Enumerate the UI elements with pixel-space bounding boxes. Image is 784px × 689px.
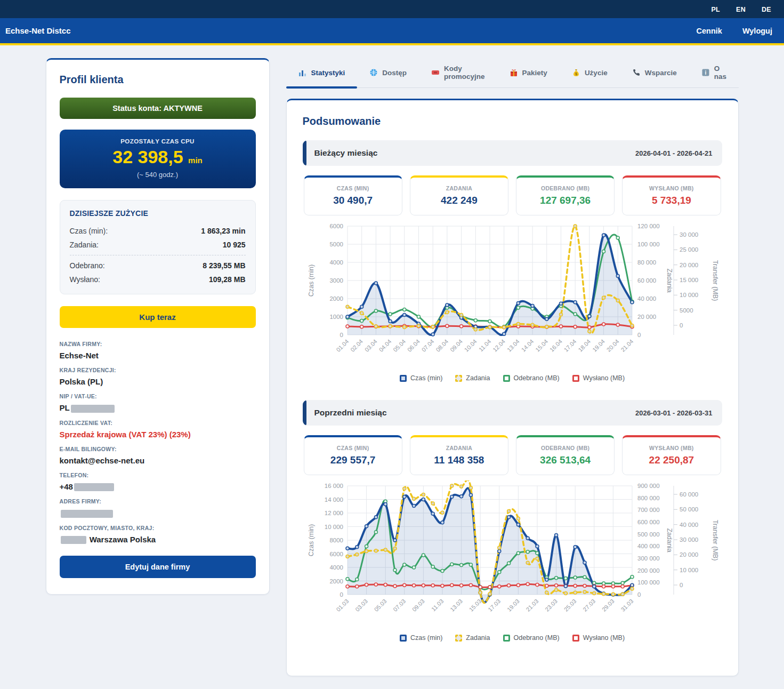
section-current-month: Bieżący miesiąc2026-04-01 - 2026-04-21CZ… — [303, 140, 722, 382]
cpu-remaining-unit: min — [188, 156, 203, 165]
field-label: KRAJ REZYDENCJI: — [60, 367, 256, 373]
redacted-value — [74, 483, 114, 491]
svg-text:21.03: 21.03 — [524, 598, 539, 613]
svg-text:25.03: 25.03 — [562, 598, 577, 613]
svg-text:5000: 5000 — [329, 241, 343, 247]
usage-row-value: 8 239,55 MB — [203, 261, 245, 270]
svg-text:15.04: 15.04 — [534, 338, 549, 353]
section-title: Bieżący miesiąc — [314, 148, 378, 158]
legend-swatch — [572, 635, 579, 642]
field-value: +48 — [60, 482, 256, 492]
field-label: NAZWA FIRMY: — [60, 341, 256, 347]
stat-label: CZAS (MIN) — [304, 445, 402, 451]
svg-text:04.04: 04.04 — [377, 338, 392, 353]
stat-card-odebrano-mb-: ODEBRANO (MB)326 513,64 — [516, 435, 615, 475]
field-label: ROZLICZENIE VAT: — [60, 420, 256, 426]
chart-previous-month: 16 00014 00012 00010 0008000600040002000… — [303, 480, 722, 631]
svg-text:01.04: 01.04 — [335, 338, 350, 353]
chart-container: 600050004000300020001000001.0402.0403.04… — [303, 221, 722, 382]
field-label: KOD POCZTOWY, MIASTO, KRAJ: — [60, 525, 256, 531]
svg-text:600 000: 600 000 — [637, 519, 660, 525]
usage-row-label: Wysłano: — [70, 275, 100, 284]
svg-text:2000: 2000 — [329, 295, 343, 302]
brand[interactable]: Echse-Net Distcc — [5, 26, 71, 35]
buy-now-button[interactable]: Kup teraz — [60, 306, 256, 328]
svg-text:40 000: 40 000 — [680, 522, 698, 528]
tab-label: Wsparcie — [645, 69, 677, 77]
field-label: ADRES FIRMY: — [60, 498, 256, 504]
stat-value: 326 513,64 — [516, 454, 614, 466]
info-icon: i — [701, 68, 710, 77]
svg-text:200 000: 200 000 — [637, 567, 660, 574]
svg-text:60 000: 60 000 — [637, 277, 656, 284]
tab-statystyki[interactable]: Statystyki — [286, 58, 358, 87]
chart-legend: Czas (min)ZadaniaOdebrano (MB)Wysłano (M… — [303, 374, 722, 382]
lang-pl[interactable]: PL — [711, 6, 720, 13]
stat-card-odebrano-mb-: ODEBRANO (MB)127 697,36 — [516, 175, 615, 215]
header-link-cennik[interactable]: Cennik — [697, 27, 722, 35]
svg-text:300 000: 300 000 — [637, 555, 660, 562]
svg-text:i: i — [705, 70, 706, 76]
tab-użycie[interactable]: $Użycie — [560, 58, 620, 87]
field-value: Polska (PL) — [60, 377, 256, 386]
redacted-value — [71, 405, 115, 413]
tab-wsparcie[interactable]: Wsparcie — [620, 58, 689, 87]
svg-text:20 000: 20 000 — [680, 551, 698, 558]
lang-de[interactable]: DE — [762, 6, 771, 13]
stat-value: 30 490,7 — [304, 195, 402, 206]
account-status-badge: Status konta: AKTYWNE — [60, 98, 256, 119]
field-label: NIP / VAT-UE: — [60, 393, 256, 399]
stat-label: ODEBRANO (MB) — [516, 445, 614, 451]
svg-text:5000: 5000 — [680, 307, 693, 314]
tab-label: Kody promocyjne — [444, 65, 485, 81]
header-link-wyloguj[interactable]: Wyloguj — [742, 27, 772, 35]
field-value: Warszawa Polska — [60, 535, 256, 544]
tab-pakiety[interactable]: Pakiety — [497, 58, 560, 87]
svg-text:400 000: 400 000 — [637, 543, 660, 549]
svg-text:02.04: 02.04 — [349, 338, 364, 353]
stat-card-wysłano-mb-: WYSŁANO (MB)22 250,87 — [622, 435, 721, 475]
svg-text:0: 0 — [340, 591, 343, 598]
redacted-value — [61, 536, 86, 544]
cpu-remaining-hours: (~ 540 godz.) — [60, 171, 256, 179]
svg-text:09.03: 09.03 — [410, 598, 425, 613]
section-previous-month: Poprzedni miesiąc2026-03-01 - 2026-03-31… — [303, 400, 722, 642]
stat-cards: CZAS (MIN)30 490,7ZADANIA422 249ODEBRANO… — [304, 175, 721, 215]
tab-label: Statystyki — [311, 69, 345, 77]
lang-en[interactable]: EN — [736, 6, 746, 13]
legend-item: Zadania — [455, 374, 490, 382]
svg-text:0: 0 — [680, 582, 683, 588]
field-value: Echse-Net — [60, 351, 256, 360]
svg-text:500 000: 500 000 — [637, 531, 660, 538]
svg-text:Czas (min): Czas (min) — [308, 524, 315, 556]
usage-row-label: Zadania: — [70, 241, 99, 249]
usage-row: Czas (min):1 863,23 min — [70, 224, 246, 238]
edit-company-button[interactable]: Edytuj dane firmy — [60, 556, 256, 578]
svg-text:03.03: 03.03 — [354, 598, 369, 613]
language-switcher: PLENDE — [695, 4, 771, 14]
field-value: Sprzedaż krajowa (VAT 23%) (23%) — [60, 430, 256, 439]
svg-text:60 000: 60 000 — [680, 491, 698, 498]
summary-card: Podsumowanie Bieżący miesiąc2026-04-01 -… — [286, 99, 739, 676]
stat-card-czas-min-: CZAS (MIN)229 557,7 — [304, 435, 402, 475]
field-postal-city-country: KOD POCZTOWY, MIASTO, KRAJ: Warszawa Pol… — [60, 525, 256, 544]
field-label: TELEFON: — [60, 472, 256, 478]
stat-card-zadania: ZADANIA11 148 358 — [410, 435, 508, 475]
legend-label: Wysłano (MB) — [583, 374, 625, 382]
tab-label: Użycie — [585, 69, 608, 77]
svg-text:21.04: 21.04 — [619, 338, 634, 353]
svg-text:12 000: 12 000 — [324, 510, 343, 516]
stat-card-wysłano-mb-: WYSŁANO (MB)5 733,19 — [622, 175, 721, 215]
redacted-value — [61, 510, 113, 518]
field-vat-settlement: ROZLICZENIE VAT:Sprzedaż krajowa (VAT 23… — [60, 420, 256, 439]
tab-dostęp[interactable]: Dostęp — [357, 58, 419, 87]
svg-text:120 000: 120 000 — [637, 223, 660, 229]
stat-cards: CZAS (MIN)229 557,7ZADANIA11 148 358ODEB… — [304, 435, 721, 475]
tab-bar: StatystykiDostępKody promocyjnePakiety$U… — [286, 58, 739, 88]
legend-label: Odebrano (MB) — [514, 374, 560, 382]
section-header-previous-month: Poprzedni miesiąc2026-03-01 - 2026-03-31 — [303, 400, 722, 426]
svg-text:Transfer (MB): Transfer (MB) — [712, 260, 719, 301]
phone-icon — [632, 68, 641, 77]
tab-o-nas[interactable]: iO nas — [689, 58, 739, 87]
tab-kody-promocyjne[interactable]: Kody promocyjne — [419, 58, 497, 87]
